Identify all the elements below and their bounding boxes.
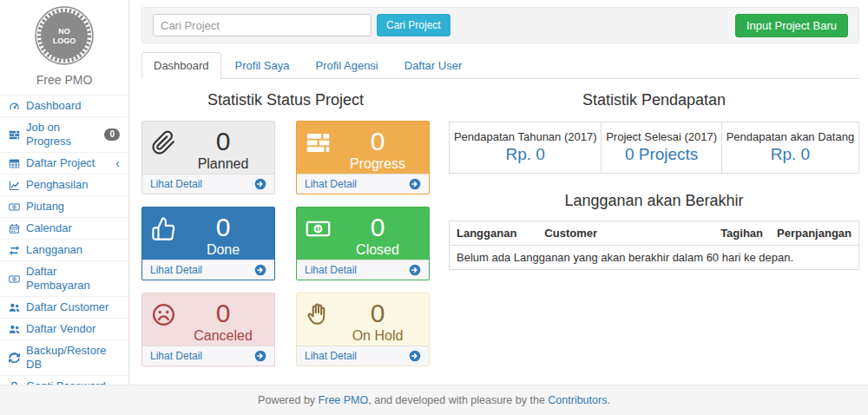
income-section: Statistik Pendapatan Pendapatan Tahunan … <box>449 81 859 366</box>
card-label: Canceled <box>181 329 266 344</box>
sidebar-item-backup-restore-db[interactable]: Backup/Restore DB <box>0 340 128 376</box>
sidebar-item-label: Daftar Project <box>26 156 95 170</box>
refresh-icon <box>9 352 20 364</box>
status-section: Statistik Status Project 0 Planned Lihat… <box>141 81 430 366</box>
svg-text:NO: NO <box>58 27 70 36</box>
sidebar-item-job-on-progress[interactable]: Job on Progress 0 <box>0 117 128 153</box>
card-label: On Hold <box>335 329 420 344</box>
table-icon <box>9 158 20 169</box>
income-value-link[interactable]: Rp. 0 <box>506 145 545 163</box>
search-input[interactable] <box>153 14 372 36</box>
status-card-progress: 0 Progress Lihat Detail <box>296 121 430 194</box>
income-table: Pendapatan Tahunan (2017) Project Selesa… <box>449 122 859 174</box>
status-card-on-hold: 0 On Hold Lihat Detail <box>296 293 430 366</box>
sidebar: NO LOGO Free PMO Dashboard Job on Progre… <box>0 0 129 385</box>
sidebar-item-label: Langganan <box>26 243 82 257</box>
chevron-left-icon: ‹ <box>115 158 120 168</box>
users-icon <box>9 324 20 335</box>
money-icon: 1 <box>9 273 20 285</box>
tasks-icon <box>9 129 20 141</box>
tasks-icon <box>306 128 335 169</box>
card-count: 0 <box>335 300 420 327</box>
arrow-circle-right-icon[interactable] <box>254 178 266 190</box>
lihat-detail-link[interactable]: Lihat Detail <box>150 350 202 362</box>
sidebar-item-piutang[interactable]: 1 Piutang <box>0 196 128 218</box>
arrow-circle-right-icon[interactable] <box>409 178 421 190</box>
sidebar-item-daftar-customer[interactable]: Daftar Customer <box>0 297 128 319</box>
svg-text:LOGO: LOGO <box>53 36 76 45</box>
status-card-closed: 1 0 Closed Lihat Detail <box>296 207 430 280</box>
arrow-circle-right-icon[interactable] <box>409 350 421 362</box>
money-icon: 1 <box>9 201 20 213</box>
tab-daftar-user[interactable]: Daftar User <box>392 52 474 79</box>
sidebar-item-dashboard[interactable]: Dashboard <box>0 96 128 117</box>
sidebar-item-label: Daftar Customer <box>26 300 108 314</box>
lihat-detail-link[interactable]: Lihat Detail <box>150 178 202 190</box>
status-section-title: Statistik Status Project <box>141 91 430 109</box>
card-count: 0 <box>181 214 266 241</box>
sidebar-menu: Dashboard Job on Progress 0 Daftar Proje… <box>0 95 128 415</box>
page: NO LOGO Free PMO Dashboard Job on Progre… <box>0 0 868 385</box>
sidebar-item-label: Dashboard <box>26 99 82 113</box>
frown-icon <box>151 300 181 341</box>
count-badge: 0 <box>104 128 120 141</box>
sidebar-item-daftar-vendor[interactable]: Daftar Vendor <box>0 319 128 340</box>
free-pmo-link[interactable]: Free PMO <box>319 394 369 406</box>
thumbs-up-icon <box>151 214 181 255</box>
calendar-icon <box>9 223 20 234</box>
footer-text: Powered by <box>258 394 318 406</box>
sidebar-item-label: Daftar Vendor <box>26 322 95 336</box>
card-count: 0 <box>181 128 266 155</box>
lihat-detail-link[interactable]: Lihat Detail <box>305 178 357 190</box>
page-footer: Powered by Free PMO, and developed with … <box>0 385 868 415</box>
search-button[interactable]: Cari Project <box>377 14 450 36</box>
new-project-button[interactable]: Input Project Baru <box>735 14 848 37</box>
sidebar-item-label: Piutang <box>26 200 64 214</box>
status-card-done: 0 Done Lihat Detail <box>141 207 275 280</box>
tab-dashboard[interactable]: Dashboard <box>141 52 221 79</box>
income-col-header: Project Selesai (2017) <box>602 122 721 145</box>
tachometer-icon <box>9 101 20 112</box>
contributors-link[interactable]: Contributors <box>548 394 607 406</box>
arrow-circle-right-icon[interactable] <box>254 264 266 276</box>
arrow-circle-right-icon[interactable] <box>409 264 421 276</box>
no-logo-badge: NO LOGO <box>0 3 128 69</box>
subscription-table: Langganan Customer Tagihan Perpanjangan … <box>449 221 859 270</box>
sidebar-item-daftar-pembayaran[interactable]: 1 Daftar Pembayaran <box>0 261 128 297</box>
sidebar-item-langganan[interactable]: Langganan <box>0 240 128 261</box>
sidebar-item-calendar[interactable]: Calendar <box>0 218 128 240</box>
income-col-header: Pendapatan akan Datang <box>721 122 858 145</box>
status-cards: 0 Planned Lihat Detail <box>141 121 430 366</box>
paperclip-icon <box>151 128 181 169</box>
tab-profil-agensi[interactable]: Profil Agensi <box>303 52 390 79</box>
line-chart-icon <box>9 180 20 191</box>
card-label: Planned <box>181 157 266 172</box>
users-icon <box>9 302 20 313</box>
sidebar-item-label: Job on Progress <box>26 121 98 148</box>
no-logo-seal-icon: NO LOGO <box>34 5 95 66</box>
status-card-planned: 0 Planned Lihat Detail <box>141 121 275 194</box>
card-count: 0 <box>335 214 420 241</box>
empty-message: Belum ada Langganan yang akan berakhir d… <box>450 246 859 270</box>
card-count: 0 <box>181 300 266 327</box>
arrow-circle-right-icon[interactable] <box>254 350 266 362</box>
brand-name: Free PMO <box>0 73 128 87</box>
tab-profil-saya[interactable]: Profil Saya <box>223 52 302 79</box>
income-value-link[interactable]: Rp. 0 <box>771 145 810 163</box>
lihat-detail-link[interactable]: Lihat Detail <box>305 264 357 276</box>
lihat-detail-link[interactable]: Lihat Detail <box>305 350 357 362</box>
subs-col-header: Customer <box>537 221 713 246</box>
main-content: Cari Project Input Project Baru Dashboar… <box>129 0 868 385</box>
footer-text: . <box>607 394 609 406</box>
income-value-link[interactable]: 0 Projects <box>625 145 698 163</box>
table-row: Belum ada Langganan yang akan berakhir d… <box>450 246 859 270</box>
card-label: Closed <box>335 243 420 258</box>
lihat-detail-link[interactable]: Lihat Detail <box>150 264 202 276</box>
project-search-bar: Cari Project Input Project Baru <box>141 7 859 43</box>
money-icon: 1 <box>306 214 335 255</box>
sidebar-item-penghasilan[interactable]: Penghasilan <box>0 175 128 196</box>
income-section-title: Statistik Pendapatan <box>449 91 859 109</box>
income-col-header: Pendapatan Tahunan (2017) <box>450 122 602 145</box>
subs-col-header: Langganan <box>450 221 538 246</box>
sidebar-item-daftar-project[interactable]: Daftar Project ‹ <box>0 153 128 175</box>
